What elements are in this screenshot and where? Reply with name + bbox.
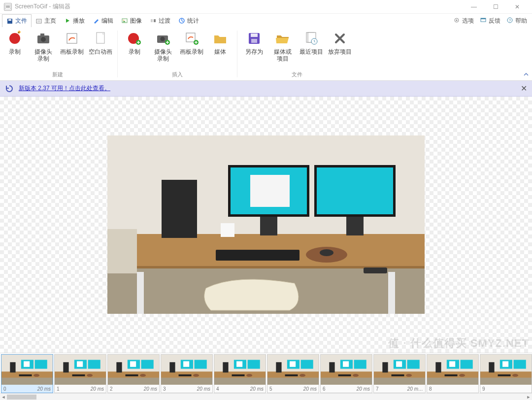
ribbon-media-button[interactable]: 媒体 [207, 29, 233, 70]
stats-icon [178, 17, 185, 24]
ribbon-webcam-button[interactable]: 摄像头录制 [31, 29, 56, 70]
frame-3[interactable]: 320 ms [161, 354, 213, 393]
preview-canvas[interactable] [0, 97, 532, 353]
ribbon: 录制摄像头录制画板录制空白动画新建录制摄像头录制画板录制媒体插入另存为媒体或项目… [0, 28, 532, 81]
frame-info: 9 [480, 385, 532, 393]
tab-label: 过渡 [159, 17, 170, 25]
svg-point-7 [123, 20, 124, 21]
frame-8[interactable]: 8 [427, 354, 479, 393]
frame-5[interactable]: 520 ms [267, 354, 319, 393]
ribbon-record-button[interactable]: 录制 [2, 29, 28, 70]
svg-rect-115 [354, 360, 366, 368]
tab-label: 文件 [15, 17, 27, 25]
toplink-help[interactable]: ?帮助 [503, 15, 530, 27]
frame-duration: 20 m… [407, 386, 423, 392]
svg-rect-48 [317, 167, 393, 214]
ribbon-board2-button[interactable]: 画板录制 [179, 29, 204, 70]
tab-label: 编辑 [101, 17, 113, 25]
ribbon-mediaproj-button[interactable]: 媒体或项目 [270, 29, 296, 70]
recent-icon [303, 31, 319, 46]
ribbon-saveas-button[interactable]: 另存为 [241, 29, 267, 70]
scroll-left-button[interactable]: ◄ [0, 395, 7, 400]
ribbon-button-label: 放弃项目 [328, 48, 352, 55]
frame-info: 720 m… [374, 385, 425, 393]
svg-rect-63 [19, 374, 32, 376]
frame-9[interactable]: 9 [480, 354, 532, 393]
ribbon-button-label: 摄像头录制 [34, 48, 52, 63]
svg-rect-42 [162, 180, 197, 238]
frame-1[interactable]: 120 ms [54, 354, 106, 393]
svg-point-91 [193, 374, 199, 377]
tab-play[interactable]: 播放 [60, 14, 89, 27]
timeline-scrollbar[interactable]: ◄ ► [0, 393, 532, 400]
svg-rect-89 [183, 361, 189, 367]
frame-0[interactable]: 020 ms [1, 354, 53, 393]
maximize-button[interactable]: ☐ [485, 0, 506, 14]
window-buttons: — ☐ ✕ [463, 0, 528, 14]
frame-info: 120 ms [55, 385, 106, 393]
scroll-grip[interactable] [7, 395, 36, 400]
preview-image [107, 135, 425, 314]
tab-file[interactable]: 文件 [2, 14, 32, 27]
toplink-label: 帮助 [515, 17, 527, 25]
update-link[interactable]: 新版本 2.37 可用！点击此处查看。 [19, 84, 110, 93]
frame-thumbnail [480, 355, 532, 385]
ribbon-webcam2-button[interactable]: 摄像头录制 [150, 29, 176, 70]
svg-rect-133 [461, 360, 473, 368]
frame-index: 5 [269, 386, 272, 392]
frame-index: 8 [429, 386, 432, 392]
frame-2[interactable]: 220 ms [107, 354, 160, 393]
ribbon-button-label: 媒体或项目 [274, 48, 292, 63]
svg-rect-88 [195, 360, 207, 368]
svg-rect-113 [329, 362, 334, 372]
ribbon-record2-button[interactable]: 录制 [122, 29, 147, 70]
frames-strip[interactable]: 020 ms120 ms220 ms320 ms420 ms520 ms620 … [0, 353, 532, 393]
tab-edit[interactable]: 编辑 [89, 14, 117, 27]
window-title: ScreenToGif - 编辑器 [15, 2, 463, 11]
menu-bar: 文件主页播放编辑图像过渡统计 选项反馈?帮助 [0, 14, 532, 28]
svg-rect-124 [407, 360, 420, 368]
ribbon-button-label: 画板录制 [180, 48, 203, 55]
tab-stats[interactable]: 统计 [174, 14, 203, 27]
ribbon-blank-button[interactable]: 空白动画 [88, 29, 113, 70]
frame-duration: 20 ms [303, 386, 317, 392]
svg-rect-104 [276, 362, 281, 372]
svg-rect-143 [502, 361, 508, 367]
svg-rect-130 [427, 378, 478, 385]
frame-index: 2 [110, 386, 113, 392]
frame-4[interactable]: 420 ms [214, 354, 266, 393]
minimize-button[interactable]: — [463, 0, 485, 14]
tab-transition[interactable]: 过渡 [146, 14, 174, 27]
toplink-feedback[interactable]: 反馈 [477, 15, 503, 27]
frame-7[interactable]: 720 m… [373, 354, 426, 393]
svg-rect-8 [151, 19, 153, 22]
svg-point-73 [87, 374, 93, 377]
scroll-right-button[interactable]: ► [525, 395, 532, 400]
close-button[interactable]: ✕ [506, 0, 528, 14]
svg-rect-94 [214, 378, 266, 385]
svg-point-145 [512, 374, 518, 377]
svg-rect-125 [396, 361, 402, 367]
svg-rect-85 [161, 378, 212, 385]
frame-thumbnail [374, 355, 425, 385]
discard-icon [332, 31, 348, 46]
app-icon [4, 3, 12, 11]
tab-home[interactable]: 主页 [32, 14, 60, 27]
svg-point-19 [41, 37, 46, 42]
svg-rect-80 [130, 361, 136, 367]
ribbon-board-button[interactable]: 画板录制 [59, 29, 85, 70]
ribbon-collapse-button[interactable] [523, 71, 529, 78]
scroll-track[interactable] [7, 395, 525, 400]
ribbon-group-1: 录制摄像头录制画板录制媒体插入 [120, 28, 235, 80]
frame-6[interactable]: 620 ms [320, 354, 372, 393]
frame-index: 7 [376, 386, 379, 392]
frame-info: 020 ms [1, 385, 53, 393]
options-icon [453, 17, 460, 25]
ribbon-button-label: 摄像头录制 [154, 48, 172, 63]
ribbon-recent-button[interactable]: 最近项目 [299, 29, 324, 70]
ribbon-discard-button[interactable]: 放弃项目 [327, 29, 353, 70]
toplink-options[interactable]: 选项 [450, 15, 477, 27]
tab-image[interactable]: 图像 [117, 14, 146, 27]
toplink-label: 选项 [462, 17, 474, 25]
notification-close-button[interactable]: ✕ [521, 84, 527, 93]
